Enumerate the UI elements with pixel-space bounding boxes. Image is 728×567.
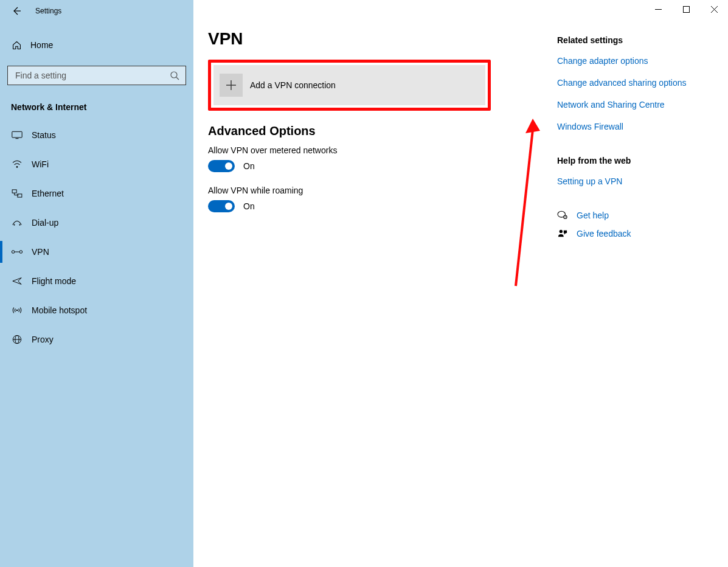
- search-box[interactable]: [7, 66, 186, 85]
- sidebar-item-proxy[interactable]: Proxy: [0, 325, 193, 354]
- close-icon: [711, 6, 718, 13]
- svg-rect-3: [12, 131, 22, 137]
- plus-icon-box: [220, 74, 243, 97]
- annotation-highlight: Add a VPN connection: [208, 60, 491, 111]
- svg-point-26: [560, 230, 563, 233]
- sidebar-item-flightmode[interactable]: Flight mode: [0, 266, 193, 296]
- svg-point-10: [12, 251, 15, 254]
- help-heading: Help from the web: [557, 156, 715, 165]
- airplane-icon: [11, 276, 23, 286]
- toggle-roaming-state: On: [243, 201, 255, 211]
- sidebar-item-label: Mobile hotspot: [32, 305, 87, 315]
- minimize-icon: [655, 6, 662, 13]
- close-button[interactable]: [700, 0, 728, 18]
- toggle-metered[interactable]: [208, 160, 235, 172]
- svg-rect-6: [12, 190, 16, 193]
- link-network-sharing-centre[interactable]: Network and Sharing Centre: [557, 100, 665, 110]
- give-feedback-link[interactable]: Give feedback: [577, 229, 631, 238]
- related-settings-heading: Related settings: [557, 35, 715, 45]
- link-adapter-options[interactable]: Change adapter options: [557, 56, 648, 66]
- vpn-icon: [11, 248, 23, 256]
- titlebar-left: Settings: [0, 0, 193, 22]
- svg-rect-7: [18, 194, 22, 197]
- sidebar-item-ethernet[interactable]: Ethernet: [0, 179, 193, 208]
- add-vpn-label: Add a VPN connection: [250, 80, 336, 90]
- hotspot-icon: [11, 305, 23, 315]
- sidebar-item-wifi[interactable]: WiFi: [0, 150, 193, 179]
- sidebar-item-hotspot[interactable]: Mobile hotspot: [0, 296, 193, 325]
- get-help-icon: ?: [557, 210, 568, 220]
- sidebar: Settings Home Network & Internet Status: [0, 0, 193, 567]
- related-links-list: Change adapter options Change advanced s…: [557, 56, 715, 131]
- sidebar-nav: Status WiFi Ethernet Dial-up: [0, 120, 193, 354]
- sidebar-item-label: Dial-up: [32, 218, 58, 228]
- svg-point-8: [13, 224, 15, 226]
- search-input[interactable]: [14, 70, 170, 81]
- advanced-options-heading: Advanced Options: [208, 124, 555, 138]
- svg-point-9: [19, 224, 20, 226]
- toggle-metered-state: On: [243, 161, 255, 171]
- give-feedback-row[interactable]: Give feedback: [557, 229, 715, 238]
- maximize-button[interactable]: [672, 0, 700, 18]
- back-arrow-icon: [12, 6, 21, 16]
- back-button[interactable]: [11, 5, 22, 16]
- toggle-roaming[interactable]: [208, 200, 235, 212]
- sidebar-item-label: Ethernet: [32, 189, 64, 198]
- link-advanced-sharing[interactable]: Change advanced sharing options: [557, 78, 687, 88]
- link-windows-firewall[interactable]: Windows Firewall: [557, 122, 623, 131]
- ethernet-icon: [11, 189, 23, 198]
- svg-point-13: [16, 310, 18, 311]
- sidebar-item-status[interactable]: Status: [0, 120, 193, 150]
- sidebar-home[interactable]: Home: [0, 33, 193, 57]
- search-icon: [170, 71, 179, 80]
- sidebar-item-label: Flight mode: [32, 276, 76, 286]
- wifi-icon: [11, 160, 23, 169]
- svg-point-1: [171, 72, 177, 78]
- option-metered-label: Allow VPN over metered networks: [208, 145, 555, 155]
- svg-rect-18: [683, 6, 689, 12]
- plus-icon: [226, 80, 237, 91]
- add-vpn-button[interactable]: Add a VPN connection: [213, 65, 485, 105]
- help-links-list: Setting up a VPN: [557, 176, 715, 186]
- main-content: VPN Add a VPN connection Advanced Option…: [193, 0, 728, 567]
- svg-rect-27: [564, 231, 567, 233]
- svg-line-2: [176, 77, 179, 80]
- link-setting-up-vpn[interactable]: Setting up a VPN: [557, 176, 622, 186]
- dialup-icon: [11, 219, 23, 226]
- get-help-link[interactable]: Get help: [577, 210, 609, 220]
- get-help-row[interactable]: ? Get help: [557, 210, 715, 220]
- proxy-icon: [11, 335, 23, 344]
- sidebar-category: Network & Internet: [11, 102, 193, 112]
- window-controls: [644, 0, 728, 18]
- svg-point-11: [19, 251, 23, 254]
- option-roaming-label: Allow VPN while roaming: [208, 186, 555, 195]
- sidebar-home-label: Home: [30, 40, 53, 50]
- minimize-button[interactable]: [644, 0, 672, 18]
- sidebar-item-label: Status: [32, 130, 56, 140]
- sidebar-item-label: Proxy: [32, 335, 54, 344]
- svg-point-5: [16, 166, 18, 168]
- status-icon: [11, 131, 23, 139]
- sidebar-item-label: VPN: [32, 247, 49, 257]
- sidebar-item-vpn[interactable]: VPN: [0, 237, 193, 266]
- sidebar-item-dialup[interactable]: Dial-up: [0, 208, 193, 237]
- home-icon: [11, 40, 22, 50]
- app-title: Settings: [35, 7, 61, 15]
- page-title: VPN: [208, 29, 555, 49]
- feedback-icon: [557, 229, 568, 238]
- sidebar-item-label: WiFi: [32, 159, 49, 169]
- maximize-icon: [683, 6, 690, 13]
